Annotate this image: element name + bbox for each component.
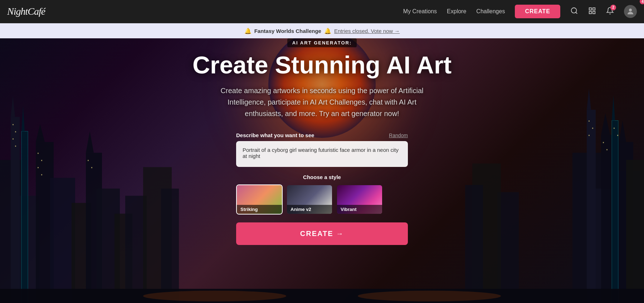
bell-badge: 2 bbox=[610, 5, 616, 10]
user-avatar[interactable]: 4 bbox=[624, 5, 637, 18]
prompt-label: Describe what you want to see bbox=[236, 132, 314, 138]
style-card-vibrant[interactable]: Vibrant bbox=[336, 184, 383, 215]
svg-point-0 bbox=[571, 8, 577, 13]
style-card-anime[interactable]: Anime v2 bbox=[286, 184, 333, 215]
svg-point-43 bbox=[358, 290, 501, 301]
random-link[interactable]: Random bbox=[389, 133, 408, 138]
svg-rect-2 bbox=[589, 8, 591, 10]
bell-icon[interactable]: 2 bbox=[606, 7, 614, 16]
nav-challenges[interactable]: Challenges bbox=[476, 8, 505, 15]
svg-rect-5 bbox=[593, 11, 595, 13]
svg-point-42 bbox=[143, 290, 286, 301]
hero-section: AI ART GENERATOR: Create Stunning AI Art… bbox=[0, 0, 644, 303]
nav-explore[interactable]: Explore bbox=[447, 8, 466, 15]
svg-point-6 bbox=[629, 9, 632, 11]
creation-form: Describe what you want to see Random Por… bbox=[236, 132, 408, 245]
hero-badge: AI ART GENERATOR: bbox=[287, 38, 357, 47]
challenge-banner: 🔔 Fantasy Worlds Challenge 🔔 Entries clo… bbox=[0, 23, 644, 38]
banner-icon-left: 🔔 bbox=[244, 28, 252, 34]
style-name-striking: Striking bbox=[237, 205, 282, 214]
logo[interactable]: NightCafé bbox=[7, 6, 45, 17]
grid-icon[interactable] bbox=[588, 7, 596, 16]
svg-line-1 bbox=[576, 12, 577, 14]
svg-rect-4 bbox=[589, 11, 591, 13]
form-label-row: Describe what you want to see Random bbox=[236, 132, 408, 138]
style-grid: Striking Anime v2 Vibrant bbox=[236, 184, 408, 215]
navbar-create-button[interactable]: CREATE bbox=[515, 5, 560, 18]
banner-icon-right: 🔔 bbox=[324, 28, 331, 34]
style-label: Choose a style bbox=[236, 174, 408, 180]
search-icon[interactable] bbox=[570, 7, 578, 16]
create-button[interactable]: CREATE → bbox=[236, 222, 408, 245]
navbar-right: My Creations Explore Challenges CREATE 2 bbox=[403, 5, 637, 18]
svg-rect-3 bbox=[593, 8, 595, 10]
navbar: NightCafé My Creations Explore Challenge… bbox=[0, 0, 644, 23]
style-name-anime: Anime v2 bbox=[287, 205, 332, 214]
nav-my-creations[interactable]: My Creations bbox=[403, 8, 437, 15]
prompt-input[interactable]: Portrait of a cyborg girl wearing futuri… bbox=[236, 141, 408, 167]
hero-subtitle: Create amazing artworks in seconds using… bbox=[208, 85, 436, 119]
hero-content: AI ART GENERATOR: Create Stunning AI Art… bbox=[0, 38, 644, 245]
banner-challenge-name: Fantasy Worlds Challenge bbox=[254, 28, 321, 34]
style-name-vibrant: Vibrant bbox=[337, 205, 382, 214]
svg-rect-41 bbox=[0, 289, 644, 303]
style-card-striking[interactable]: Striking bbox=[236, 184, 283, 215]
banner-vote-link[interactable]: Entries closed. Vote now → bbox=[334, 28, 400, 34]
hero-title: Create Stunning AI Art bbox=[192, 52, 452, 78]
